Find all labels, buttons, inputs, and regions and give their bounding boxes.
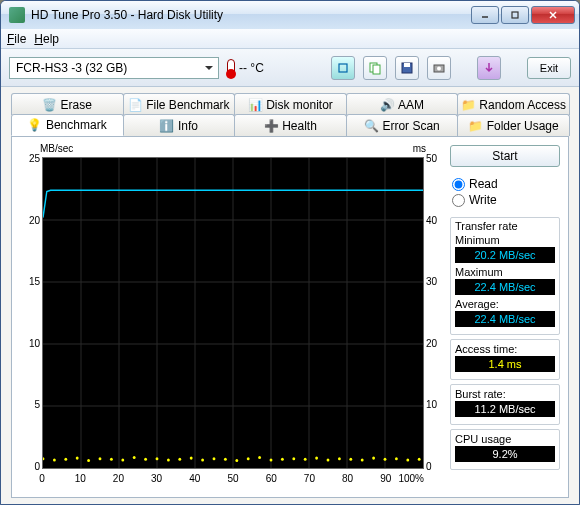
svg-point-57 xyxy=(418,458,421,461)
save-button[interactable] xyxy=(395,56,419,80)
svg-point-26 xyxy=(64,458,67,461)
svg-point-10 xyxy=(437,66,441,70)
close-button[interactable] xyxy=(531,6,575,24)
svg-point-52 xyxy=(361,458,364,461)
tab-benchmark[interactable]: 💡Benchmark xyxy=(11,114,124,136)
folder-icon: 📁 xyxy=(469,119,483,133)
tab-disk-monitor[interactable]: 📊Disk monitor xyxy=(234,93,347,115)
transfer-rate-group: Transfer rate Minimum20.2 MB/sec Maximum… xyxy=(450,217,560,335)
trash-icon: 🗑️ xyxy=(43,98,57,112)
svg-point-55 xyxy=(395,457,398,460)
side-panel: Start Read Write Transfer rate Minimum20… xyxy=(450,145,560,489)
svg-point-25 xyxy=(53,458,56,461)
tab-error-scan[interactable]: 🔍Error Scan xyxy=(346,114,459,136)
min-value: 20.2 MB/sec xyxy=(455,247,555,263)
tab-strip: 🗑️Erase 📄File Benchmark 📊Disk monitor 🔊A… xyxy=(11,93,569,136)
svg-point-34 xyxy=(156,457,159,460)
tab-info[interactable]: ℹ️Info xyxy=(123,114,236,136)
exit-button[interactable]: Exit xyxy=(527,57,571,79)
health-icon: ➕ xyxy=(264,119,278,133)
y-left-label: MB/sec xyxy=(40,143,73,154)
search-icon: 🔍 xyxy=(364,119,378,133)
svg-point-36 xyxy=(178,458,181,461)
svg-point-24 xyxy=(43,457,44,460)
svg-rect-4 xyxy=(339,64,347,72)
bulb-icon: 💡 xyxy=(28,118,42,132)
svg-point-45 xyxy=(281,458,284,461)
random-icon: 📁 xyxy=(461,98,475,112)
tab-random-access[interactable]: 📁Random Access xyxy=(457,93,570,115)
svg-point-56 xyxy=(406,458,409,461)
cpu-value: 9.2% xyxy=(455,446,555,462)
titlebar[interactable]: HD Tune Pro 3.50 - Hard Disk Utility xyxy=(1,1,579,29)
tab-health[interactable]: ➕Health xyxy=(234,114,347,136)
access-value: 1.4 ms xyxy=(455,356,555,372)
tab-erase[interactable]: 🗑️Erase xyxy=(11,93,124,115)
maximize-button[interactable] xyxy=(501,6,529,24)
tab-aam[interactable]: 🔊AAM xyxy=(346,93,459,115)
svg-rect-6 xyxy=(373,65,380,74)
burst-value: 11.2 MB/sec xyxy=(455,401,555,417)
tab-folder-usage[interactable]: 📁Folder Usage xyxy=(457,114,570,136)
menu-help[interactable]: Help xyxy=(34,32,59,46)
svg-point-30 xyxy=(110,458,113,461)
content-body: 🗑️Erase 📄File Benchmark 📊Disk monitor 🔊A… xyxy=(1,87,579,504)
svg-point-43 xyxy=(258,456,261,459)
svg-point-51 xyxy=(349,458,352,461)
minimize-button[interactable] xyxy=(471,6,499,24)
burst-rate-group: Burst rate:11.2 MB/sec xyxy=(450,384,560,425)
app-icon xyxy=(9,7,25,23)
svg-point-28 xyxy=(87,459,90,462)
svg-point-46 xyxy=(292,457,295,460)
svg-point-37 xyxy=(190,457,193,460)
monitor-icon: 📊 xyxy=(248,98,262,112)
speaker-icon: 🔊 xyxy=(380,98,394,112)
menubar: File Help xyxy=(1,29,579,49)
menu-file[interactable]: File xyxy=(7,32,26,46)
app-window: HD Tune Pro 3.50 - Hard Disk Utility Fil… xyxy=(0,0,580,505)
svg-point-44 xyxy=(270,458,273,461)
svg-point-38 xyxy=(201,458,204,461)
avg-value: 22.4 MB/sec xyxy=(455,311,555,327)
write-radio[interactable]: Write xyxy=(452,193,560,207)
read-radio[interactable]: Read xyxy=(452,177,560,191)
y-left-axis: 25 20 15 10 5 0 xyxy=(20,145,42,469)
options-button[interactable] xyxy=(477,56,501,80)
refresh-button[interactable] xyxy=(331,56,355,80)
x-axis: 0 10 20 30 40 50 60 70 80 90 100% xyxy=(42,471,424,489)
cpu-usage-group: CPU usage9.2% xyxy=(450,429,560,470)
window-title: HD Tune Pro 3.50 - Hard Disk Utility xyxy=(31,8,471,22)
svg-point-29 xyxy=(99,457,102,460)
start-button[interactable]: Start xyxy=(450,145,560,167)
info-icon: ℹ️ xyxy=(160,119,174,133)
svg-point-33 xyxy=(144,458,147,461)
svg-point-40 xyxy=(224,458,227,461)
svg-point-27 xyxy=(76,457,79,460)
screenshot-button[interactable] xyxy=(427,56,451,80)
access-time-group: Access time:1.4 ms xyxy=(450,339,560,380)
svg-point-42 xyxy=(247,457,250,460)
svg-point-50 xyxy=(338,457,341,460)
svg-rect-8 xyxy=(404,63,410,67)
svg-point-39 xyxy=(213,457,216,460)
svg-point-32 xyxy=(133,456,136,459)
svg-rect-1 xyxy=(512,12,518,18)
max-value: 22.4 MB/sec xyxy=(455,279,555,295)
svg-point-41 xyxy=(235,459,238,462)
y-right-axis: 50 40 30 20 10 0 xyxy=(424,145,442,469)
copy-button[interactable] xyxy=(363,56,387,80)
benchmark-panel: MB/sec ms 25 20 15 10 5 0 50 40 30 20 10… xyxy=(11,136,569,498)
toolbar: FCR-HS3 -3 (32 GB) -- °C Exit xyxy=(1,49,579,87)
svg-point-35 xyxy=(167,458,170,461)
svg-point-54 xyxy=(384,458,387,461)
temperature-display: -- °C xyxy=(227,59,264,77)
tab-file-benchmark[interactable]: 📄File Benchmark xyxy=(123,93,236,115)
svg-point-31 xyxy=(121,458,124,461)
benchmark-plot xyxy=(42,157,424,469)
svg-point-48 xyxy=(315,457,318,460)
svg-point-53 xyxy=(372,457,375,460)
temperature-value: -- °C xyxy=(239,61,264,75)
svg-point-47 xyxy=(304,458,307,461)
thermometer-icon xyxy=(227,59,235,77)
drive-select[interactable]: FCR-HS3 -3 (32 GB) xyxy=(9,57,219,79)
